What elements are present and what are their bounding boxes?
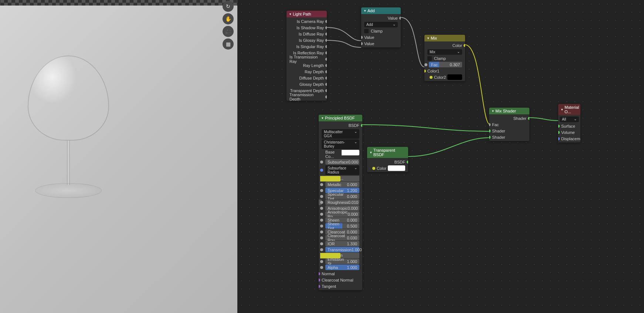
output-socket[interactable]: Is Diffuse Ray <box>287 31 327 37</box>
param-roughness[interactable]: Roughness0.010 <box>325 199 359 205</box>
node-transparent-bsdf[interactable]: Transparent BSDF BSDF Color <box>367 147 408 172</box>
clamp-checkbox[interactable]: Clamp <box>424 55 465 61</box>
node-header[interactable]: Mix <box>424 35 465 41</box>
node-header[interactable]: Light Path <box>287 11 327 17</box>
distribution-dropdown[interactable]: Multiscatter GGX <box>322 129 359 139</box>
node-mix-rgb[interactable]: Mix Color Mix Clamp Fac0.307 Color1 Colo… <box>424 35 465 81</box>
param-subsurface[interactable]: Subsurface0.000 <box>325 159 359 165</box>
node-light-path[interactable]: Light Path Is Camera RayIs Shadow RayIs … <box>287 11 327 101</box>
target-dropdown[interactable]: All <box>560 117 579 122</box>
output-shader: Shader <box>489 115 529 121</box>
input-color1[interactable]: Color1 <box>424 68 465 74</box>
param-alpha[interactable]: Alpha1.000 <box>325 265 359 270</box>
node-header[interactable]: Transparent BSDF <box>367 147 408 158</box>
node-header[interactable]: Add <box>361 7 401 14</box>
output-socket[interactable]: Is Shadow Ray <box>287 24 327 31</box>
output-value: Value <box>361 15 401 21</box>
output-socket[interactable]: Glossy Depth <box>287 81 327 87</box>
input-tangent[interactable]: Tangent <box>319 283 362 289</box>
output-socket[interactable]: Is Transmission Ray <box>287 56 327 62</box>
sss-method-dropdown[interactable]: Christensen-Burley <box>322 139 359 149</box>
node-material-output[interactable]: Material O... All Surface Volume Displac… <box>558 104 580 142</box>
subsurface-radius[interactable]: Subsurface Radius <box>325 165 359 175</box>
input-color2[interactable]: Color2 <box>430 74 462 80</box>
output-socket[interactable]: Transmission Depth <box>287 94 327 100</box>
param-transmission[interactable]: Transmission1.000 <box>325 247 359 252</box>
pan-icon[interactable]: ✋ <box>223 13 234 24</box>
input-fac[interactable]: Fac <box>489 121 529 128</box>
node-mix-shader[interactable]: Mix Shader Shader Fac Shader Shader <box>489 108 529 141</box>
subsurface-color[interactable]: Subsurf... <box>325 176 359 181</box>
param-specular-tint[interactable]: Specular Tint0.000 <box>325 193 359 199</box>
output-bsdf: BSDF <box>367 159 408 165</box>
input-volume[interactable]: Volume <box>558 129 580 135</box>
input-color[interactable]: Color <box>372 165 405 171</box>
param-ior[interactable]: IOR1.330 <box>325 241 359 246</box>
node-math-add[interactable]: Add Value Add Clamp Value Value <box>361 7 401 47</box>
node-header[interactable]: Principled BSDF <box>319 115 362 121</box>
param-sheen-tint[interactable]: Sheen Tint0.500 <box>325 223 359 229</box>
input-normal[interactable]: Normal <box>319 270 362 277</box>
camera-icon[interactable]: 🎥 <box>223 26 234 37</box>
orbit-icon[interactable]: ↻ <box>223 1 234 12</box>
input-clearcoat-normal[interactable]: Clearcoat Normal <box>319 277 362 283</box>
viewport-tool-buttons: ↻ ✋ 🎥 ▦ <box>223 1 234 50</box>
blend-type-dropdown[interactable]: Mix <box>427 49 462 55</box>
clamp-checkbox[interactable]: Clamp <box>361 28 401 34</box>
output-socket[interactable]: Is Singular Ray <box>287 43 327 50</box>
output-socket[interactable]: Ray Length <box>287 62 327 68</box>
param-metallic[interactable]: Metallic0.000 <box>325 182 359 187</box>
output-socket[interactable]: Is Glossy Ray <box>287 37 327 43</box>
fac-slider[interactable]: Fac0.307 <box>429 62 462 67</box>
output-bsdf: BSDF <box>319 122 362 128</box>
node-editor[interactable]: Light Path Is Camera RayIs Shadow RayIs … <box>237 0 644 313</box>
node-header[interactable]: Material O... <box>558 104 580 115</box>
input-shader-1[interactable]: Shader <box>489 128 529 134</box>
node-header[interactable]: Mix Shader <box>489 108 529 114</box>
output-color: Color <box>424 42 465 48</box>
render-preview-glass <box>28 55 109 222</box>
viewport-3d[interactable]: ↻ ✋ 🎥 ▦ <box>0 0 237 313</box>
param-emission-st-[interactable]: Emission St...1.000 <box>325 259 359 264</box>
input-value-1[interactable]: Value <box>361 34 401 40</box>
grid-icon[interactable]: ▦ <box>223 38 234 50</box>
output-socket[interactable]: Is Camera Ray <box>287 18 327 24</box>
param-clearcoat-rou-[interactable]: Clearcoat Rou...0.030 <box>325 235 359 240</box>
base-color-input[interactable]: Base Co... <box>325 150 359 159</box>
output-socket[interactable]: Diffuse Depth <box>287 75 327 81</box>
input-surface[interactable]: Surface <box>558 123 580 129</box>
input-value-2[interactable]: Value <box>361 40 401 47</box>
param-anisotropic-ro-[interactable]: Anisotropic Ro...0.000 <box>325 211 359 217</box>
input-shader-2[interactable]: Shader <box>489 134 529 140</box>
input-displacement[interactable]: Displacement <box>558 135 580 142</box>
output-socket[interactable]: Ray Depth <box>287 68 327 75</box>
math-operation-dropdown[interactable]: Add <box>364 22 398 27</box>
node-principled-bsdf[interactable]: Principled BSDF BSDF Multiscatter GGX Ch… <box>319 115 362 290</box>
